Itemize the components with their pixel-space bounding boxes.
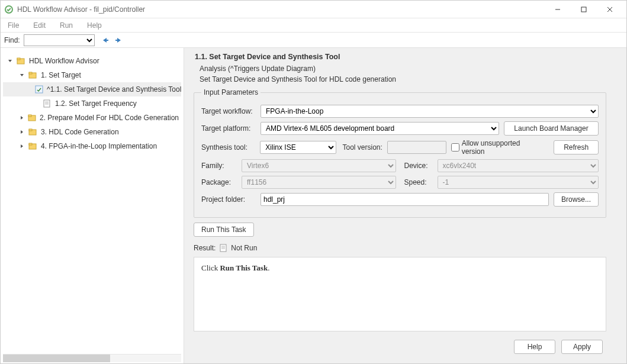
folder-icon — [28, 70, 37, 80]
maximize-button[interactable] — [571, 1, 597, 18]
tree-node-label: ^1.1. Set Target Device and Synthesis To… — [46, 85, 181, 94]
svg-rect-11 — [36, 86, 43, 93]
folder-icon — [28, 141, 37, 151]
label-toolver: Tool version: — [341, 143, 382, 152]
chevron-right-icon[interactable] — [18, 144, 25, 149]
folder-icon — [27, 113, 36, 123]
result-output: Click Run This Task. — [194, 257, 606, 331]
synthesis-tool-select[interactable]: Xilinx ISE — [260, 141, 336, 154]
tree-node-label: 1.2. Set Target Frequency — [54, 99, 137, 108]
chevron-right-icon[interactable] — [18, 130, 25, 134]
chevron-down-icon[interactable] — [7, 59, 14, 63]
label-projfolder: Project folder: — [201, 195, 256, 204]
tool-version-field — [387, 141, 446, 154]
apply-button[interactable]: Apply — [561, 340, 603, 354]
label-platform: Target platform: — [201, 124, 256, 133]
run-this-task-button[interactable]: Run This Task — [194, 223, 254, 237]
tree-node-label: 1. Set Target — [40, 71, 81, 79]
allow-unsupported-label: Allow unsupported version — [462, 139, 545, 156]
result-msg-bold: Run This Task — [220, 263, 268, 272]
tree-node-label: 2. Prepare Model For HDL Code Generation — [38, 114, 179, 122]
svg-rect-2 — [581, 7, 586, 12]
tree-node-target-device[interactable]: ^1.1. Set Target Device and Synthesis To… — [3, 82, 181, 96]
group-legend: Input Parameters — [201, 88, 261, 96]
svg-rect-10 — [29, 72, 32, 74]
target-workflow-select[interactable]: FPGA-in-the-Loop — [261, 105, 599, 118]
tree-node-label: 4. FPGA-in-the-Loop Implementation — [40, 142, 157, 150]
task-icon — [35, 85, 43, 94]
result-msg-suffix: . — [268, 263, 269, 272]
find-label: Find: — [4, 36, 20, 44]
content-panel: 1.1. Set Target Device and Synthesis Too… — [184, 48, 618, 363]
target-platform-select[interactable]: AMD Virtex-6 ML605 development board — [261, 122, 499, 135]
help-button[interactable]: Help — [514, 340, 555, 354]
main-area: HDL Workflow Advisor 1. Set Target ^1.1.… — [1, 48, 626, 363]
footer: Help Apply — [189, 335, 611, 361]
panel-title: 1.1. Set Target Device and Synthesis Too… — [195, 53, 611, 61]
find-prev-button[interactable] — [98, 35, 110, 46]
tree-root-label: HDL Workflow Advisor — [28, 57, 99, 65]
allow-unsupported-input[interactable] — [451, 143, 459, 152]
window-controls — [545, 1, 623, 18]
family-select: Virtex6 — [242, 159, 396, 172]
input-params-group: Input Parameters Target workflow: FPGA-i… — [194, 88, 606, 218]
menu-edit[interactable]: Edit — [30, 20, 49, 31]
tree-node-target-frequency[interactable]: 1.2. Set Target Frequency — [3, 96, 181, 111]
project-folder-field[interactable] — [261, 193, 549, 206]
find-next-button[interactable] — [114, 35, 126, 46]
tree-root[interactable]: HDL Workflow Advisor — [3, 54, 181, 68]
findbar: Find: — [1, 33, 626, 48]
label-package: Package: — [201, 178, 237, 186]
tree-node-label: 3. HDL Code Generation — [40, 128, 119, 136]
result-status: Not Run — [231, 244, 257, 252]
chevron-down-icon[interactable] — [18, 73, 25, 78]
status-icon — [219, 244, 227, 252]
svg-rect-8 — [17, 58, 20, 60]
svg-rect-12 — [44, 100, 50, 107]
browse-button[interactable]: Browse... — [554, 192, 599, 207]
svg-rect-21 — [29, 143, 32, 145]
close-button[interactable] — [597, 1, 623, 18]
menu-run[interactable]: Run — [56, 20, 76, 31]
svg-rect-17 — [28, 115, 31, 117]
app-icon — [4, 5, 14, 14]
titlebar: HDL Workflow Advisor - fil_pid/Controlle… — [1, 1, 626, 18]
folder-icon — [28, 127, 37, 137]
speed-select: -1 — [438, 176, 599, 189]
doc-icon — [42, 99, 52, 108]
package-select: ff1156 — [242, 176, 396, 189]
label-device: Device: — [404, 162, 433, 170]
tree-node-prepare-model[interactable]: 2. Prepare Model For HDL Code Generation — [3, 111, 181, 125]
sidebar-hscroll[interactable] — [3, 354, 181, 362]
window-title: HDL Workflow Advisor - fil_pid/Controlle… — [17, 5, 145, 14]
svg-rect-19 — [29, 129, 32, 131]
menu-help[interactable]: Help — [83, 20, 105, 31]
svg-rect-22 — [220, 244, 226, 252]
refresh-button[interactable]: Refresh — [554, 140, 599, 154]
chevron-right-icon[interactable] — [18, 115, 25, 120]
menubar: File Edit Run Help — [1, 18, 626, 33]
label-synth: Synthesis tool: — [201, 143, 255, 152]
label-speed: Speed: — [404, 178, 433, 186]
sidebar: HDL Workflow Advisor 1. Set Target ^1.1.… — [1, 48, 184, 363]
label-workflow: Target workflow: — [201, 107, 256, 115]
result-label: Result: — [194, 244, 216, 252]
label-family: Family: — [201, 162, 237, 170]
tree-node-code-gen[interactable]: 3. HDL Code Generation — [3, 125, 181, 139]
tree-node-fil[interactable]: 4. FPGA-in-the-Loop Implementation — [3, 139, 181, 153]
folder-icon — [16, 56, 25, 66]
panel-desc: Set Target Device and Synthesis Tool for… — [200, 75, 611, 83]
device-select: xc6vlx240t — [438, 159, 599, 172]
menu-file[interactable]: File — [4, 20, 22, 31]
launch-board-manager-button[interactable]: Launch Board Manager — [504, 121, 599, 136]
tree-node-set-target[interactable]: 1. Set Target — [3, 68, 181, 82]
content-vscroll[interactable] — [618, 48, 626, 363]
tree: HDL Workflow Advisor 1. Set Target ^1.1.… — [1, 51, 184, 354]
minimize-button[interactable] — [545, 1, 571, 18]
find-input[interactable] — [24, 34, 95, 46]
panel-analysis-note: Analysis (^Triggers Update Diagram) — [200, 65, 611, 73]
result-msg-prefix: Click — [201, 263, 220, 272]
allow-unsupported-checkbox[interactable]: Allow unsupported version — [451, 139, 545, 156]
